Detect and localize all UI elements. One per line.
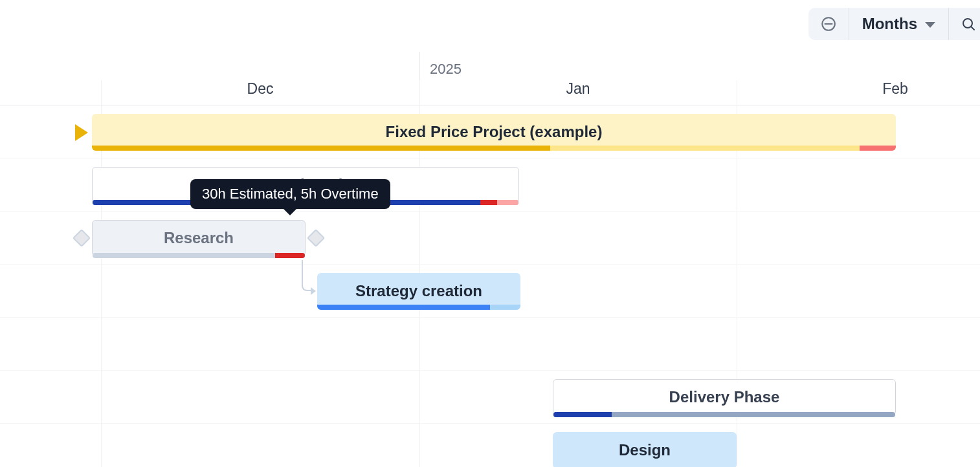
row-line xyxy=(0,423,980,424)
hover-tooltip: 30h Estimated, 5h Overtime xyxy=(190,179,390,209)
svg-line-3 xyxy=(972,27,974,30)
row-line xyxy=(0,158,980,158)
gantt-timeline: 2025 Dec Jan Feb Fixed Price Project (ex… xyxy=(0,52,980,467)
progress-over-light xyxy=(497,200,518,205)
search-button[interactable] xyxy=(949,8,980,40)
progress-over xyxy=(860,146,896,151)
task-bar-research[interactable]: Research xyxy=(92,220,306,256)
timescale-select[interactable]: Months xyxy=(849,8,949,40)
project-bar-label: Fixed Price Project (example) xyxy=(386,123,603,141)
progress-over xyxy=(275,253,305,258)
progress-done xyxy=(92,146,550,151)
progress-track xyxy=(317,305,520,310)
year-label: 2025 xyxy=(430,61,462,78)
header-underline xyxy=(0,105,980,105)
resize-handle-right[interactable] xyxy=(307,229,325,247)
task-label: Strategy creation xyxy=(355,282,482,300)
phase-bar-delivery[interactable]: Delivery Phase xyxy=(553,379,896,415)
month-header-row: Dec Jan Feb xyxy=(0,80,980,107)
row-line xyxy=(0,370,980,371)
view-toolbar: Months xyxy=(808,8,980,40)
task-label: Research xyxy=(164,229,234,247)
month-cell-jan: Jan xyxy=(419,80,737,98)
month-cell-dec: Dec xyxy=(101,80,419,98)
timescale-label: Months xyxy=(862,15,917,33)
phase-label: Delivery Phase xyxy=(669,388,780,406)
task-bar-design[interactable]: Design xyxy=(553,432,737,467)
dependency-arrow-icon xyxy=(311,287,316,295)
resize-handle-left[interactable] xyxy=(72,229,91,247)
task-bar-strategy[interactable]: Strategy creation xyxy=(317,273,520,309)
svg-point-2 xyxy=(963,19,972,28)
dependency-connector xyxy=(302,260,313,291)
progress-over xyxy=(480,200,497,205)
progress-done xyxy=(317,305,490,310)
progress-track xyxy=(553,412,895,417)
row-line xyxy=(0,317,980,318)
comments-button[interactable] xyxy=(808,8,849,40)
row-line xyxy=(0,264,980,265)
progress-track xyxy=(92,146,896,151)
tooltip-text: 30h Estimated, 5h Overtime xyxy=(202,186,379,202)
row-line xyxy=(0,211,980,212)
month-cell-feb: Feb xyxy=(737,80,980,98)
task-label: Design xyxy=(619,441,671,459)
progress-done xyxy=(553,412,612,417)
progress-track xyxy=(93,253,305,258)
project-bar[interactable]: Fixed Price Project (example) xyxy=(92,114,896,150)
expand-arrow-icon[interactable] xyxy=(75,124,88,141)
chevron-down-icon xyxy=(925,22,935,28)
